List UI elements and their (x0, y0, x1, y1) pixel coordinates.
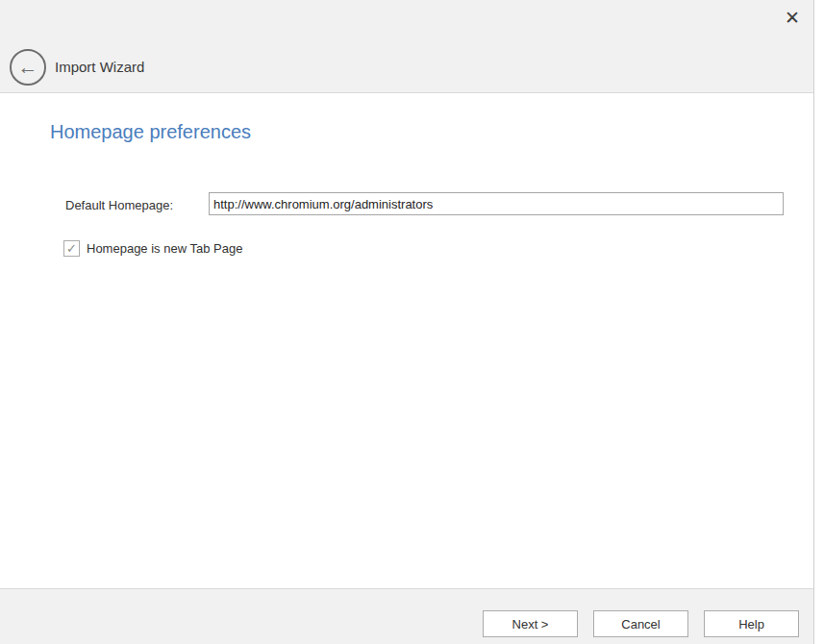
default-homepage-input[interactable] (209, 192, 784, 215)
back-arrow-icon: ← (18, 57, 38, 77)
default-homepage-label: Default Homepage: (65, 198, 173, 212)
homepage-newtab-label: Homepage is new Tab Page (87, 241, 242, 256)
import-wizard-dialog: ✕ ← Import Wizard Homepage preferences D… (0, 0, 814, 644)
dialog-footer: Next > Cancel Help (0, 588, 813, 644)
back-button[interactable]: ← (10, 49, 46, 86)
homepage-newtab-row[interactable]: ✓ Homepage is new Tab Page (63, 240, 242, 257)
footer-button-group: Next > Cancel Help (483, 610, 799, 637)
close-icon[interactable]: ✕ (779, 4, 806, 31)
help-button[interactable]: Help (704, 610, 799, 637)
dialog-header: ✕ ← Import Wizard (0, 0, 813, 93)
dialog-title: Import Wizard (55, 59, 144, 75)
screen: ✕ ← Import Wizard Homepage preferences D… (0, 0, 824, 644)
dialog-body: Homepage preferences Default Homepage: ✓… (0, 94, 813, 588)
page-title: Homepage preferences (50, 121, 251, 143)
next-button[interactable]: Next > (483, 610, 578, 637)
cancel-button[interactable]: Cancel (593, 610, 688, 637)
homepage-newtab-checkbox[interactable]: ✓ (63, 240, 80, 257)
